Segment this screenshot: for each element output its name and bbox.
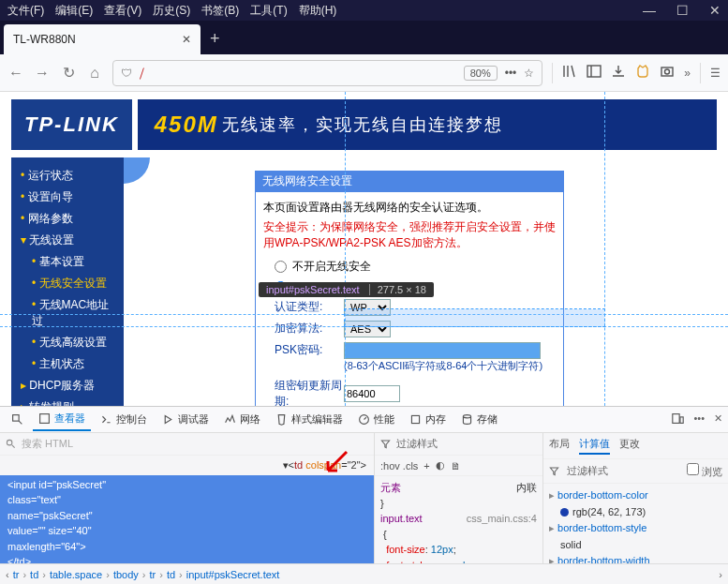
- crumb[interactable]: td: [167, 569, 175, 580]
- enc-select[interactable]: AES: [344, 321, 391, 337]
- menu-bookmark[interactable]: 书签(B): [201, 3, 239, 19]
- crumb[interactable]: tbody: [113, 569, 139, 580]
- filter-icon: [380, 439, 391, 449]
- computed-filter[interactable]: 过滤样式: [567, 464, 608, 478]
- crumb[interactable]: tr: [13, 569, 20, 580]
- more-icon[interactable]: •••: [505, 67, 517, 80]
- browse-checkbox[interactable]: [687, 463, 699, 475]
- dt-more-icon[interactable]: •••: [693, 412, 705, 427]
- svg-rect-3: [13, 415, 20, 422]
- brand-logo: TP-LINK: [11, 99, 132, 150]
- style-rules[interactable]: 元素 内联 } input.text css_main.css:4 { font…: [375, 476, 542, 563]
- sidebar-item-forward[interactable]: 转发规则: [11, 397, 124, 406]
- inspect-tooltip: input#pskSecret.text277.5 × 18: [259, 282, 434, 297]
- app-menu-icon[interactable]: ☰: [710, 67, 721, 80]
- url-bar[interactable]: 🛡 ⧸ 80% ••• ☆: [112, 60, 542, 86]
- print-icon[interactable]: 🗎: [451, 460, 461, 472]
- dt-tab-inspector[interactable]: 查看器: [33, 408, 91, 431]
- dt-r-computed[interactable]: 计算值: [579, 437, 610, 455]
- hov-toggle[interactable]: :hov .cls: [380, 460, 418, 472]
- form-warning: 安全提示：为保障网络安全，强烈推荐开启安全设置，并使用WPA-PSK/WPA2-…: [263, 219, 556, 251]
- psk-hint: (8-63个ASCII码字符或8-64个十六进制字符): [344, 359, 556, 373]
- menu-file[interactable]: 文件(F): [7, 3, 44, 19]
- period-input[interactable]: [344, 385, 400, 402]
- sidebar-toggle-icon[interactable]: [587, 64, 602, 82]
- close-icon[interactable]: ✕: [709, 3, 721, 18]
- auth-label: 认证类型:: [275, 299, 344, 315]
- sidebar-item-host[interactable]: 主机状态: [11, 353, 124, 375]
- dt-tab-debugger[interactable]: 调试器: [156, 409, 215, 430]
- dt-r-changes[interactable]: 更改: [619, 437, 640, 455]
- reload-button[interactable]: ↻: [60, 64, 77, 82]
- dt-tab-storage[interactable]: 存储: [455, 409, 503, 430]
- enc-label: 加密算法:: [275, 321, 344, 337]
- maximize-icon[interactable]: ☐: [676, 3, 689, 18]
- menu-history[interactable]: 历史(S): [153, 3, 190, 19]
- radio-off-input[interactable]: [275, 261, 287, 273]
- tab-title: TL-WR880N: [13, 33, 76, 46]
- computed-props[interactable]: border-bottom-color rgb(24, 62, 173) bor…: [543, 484, 728, 563]
- form-description: 本页面设置路由器无线网络的安全认证选项。: [263, 200, 556, 216]
- library-icon[interactable]: [562, 64, 577, 82]
- svg-rect-0: [587, 66, 601, 77]
- sidebar-item-status[interactable]: 运行状态: [11, 165, 124, 187]
- sidebar-item-security[interactable]: 无线安全设置: [11, 273, 124, 294]
- downloads-icon[interactable]: [611, 64, 626, 82]
- crumb[interactable]: table.space: [50, 569, 102, 580]
- svg-rect-9: [680, 417, 683, 424]
- dt-responsive-icon[interactable]: [672, 412, 684, 427]
- svg-point-2: [665, 69, 670, 74]
- dt-tab-style[interactable]: 样式编辑器: [270, 409, 349, 430]
- screenshot-icon[interactable]: [660, 64, 675, 82]
- svg-rect-8: [673, 414, 679, 424]
- new-tab-button[interactable]: +: [210, 29, 220, 49]
- html-search[interactable]: 搜索 HTML: [22, 437, 73, 451]
- tab-close-icon[interactable]: ✕: [182, 33, 191, 46]
- dt-tab-perf[interactable]: 性能: [352, 409, 400, 430]
- insecure-icon: ⧸: [140, 67, 144, 80]
- dt-r-layout[interactable]: 布局: [549, 437, 570, 455]
- form-title: 无线网络安全设置: [255, 171, 564, 192]
- banner: 450M无线速率，实现无线自由连接梦想: [138, 99, 717, 150]
- minimize-icon[interactable]: —: [643, 3, 656, 18]
- sidebar-item-basic[interactable]: 基本设置: [11, 251, 124, 273]
- psk-input[interactable]: [344, 342, 541, 359]
- browser-tab[interactable]: TL-WR880N ✕: [4, 24, 201, 54]
- menu-view[interactable]: 查看(V): [104, 3, 141, 19]
- html-panel[interactable]: ▾<td colspan="2"> <input id="pskSecret" …: [0, 456, 374, 563]
- crumb-next[interactable]: ›: [719, 569, 722, 580]
- home-button[interactable]: ⌂: [86, 65, 103, 82]
- shield-icon[interactable]: 🛡: [121, 67, 132, 80]
- auth-select[interactable]: WP: [344, 299, 391, 316]
- svg-point-7: [463, 415, 470, 418]
- crumb[interactable]: tr: [149, 569, 156, 580]
- bookmark-star-icon[interactable]: ☆: [524, 67, 534, 80]
- crumb-prev[interactable]: ‹: [6, 569, 9, 580]
- period-label: 组密钥更新周期:: [275, 378, 344, 406]
- forward-button[interactable]: →: [34, 65, 51, 82]
- dt-inspect-icon[interactable]: [6, 410, 29, 429]
- dt-tab-console[interactable]: 控制台: [95, 409, 153, 430]
- style-filter[interactable]: 过滤样式: [396, 437, 438, 451]
- sidebar-item-mac[interactable]: 无线MAC地址过: [11, 294, 124, 332]
- menu-edit[interactable]: 编辑(E): [55, 3, 93, 19]
- dt-tab-memory[interactable]: 内存: [404, 409, 452, 430]
- dt-close-icon[interactable]: ✕: [714, 412, 722, 427]
- sidebar-item-wizard[interactable]: 设置向导: [11, 187, 124, 208]
- sidebar-item-advanced[interactable]: 无线高级设置: [11, 332, 124, 353]
- extension-icon[interactable]: [635, 64, 650, 82]
- overflow-icon[interactable]: »: [684, 67, 691, 80]
- menu-tools[interactable]: 工具(T): [250, 3, 287, 19]
- dt-tab-network[interactable]: 网络: [218, 409, 266, 430]
- sidebar-item-dhcp[interactable]: DHCP服务器: [11, 375, 124, 397]
- contrast-icon[interactable]: ◐: [436, 459, 445, 472]
- back-button[interactable]: ←: [7, 65, 24, 82]
- menu-help[interactable]: 帮助(H): [299, 3, 337, 19]
- sidebar-item-wireless[interactable]: 无线设置: [11, 230, 124, 251]
- plus-icon[interactable]: +: [423, 460, 429, 472]
- sidebar-item-network[interactable]: 网络参数: [11, 208, 124, 230]
- crumb-selected[interactable]: input#pskSecret.text: [186, 569, 280, 580]
- crumb[interactable]: td: [30, 569, 38, 580]
- radio-no-security[interactable]: 不开启无线安全: [275, 259, 556, 275]
- zoom-indicator[interactable]: 80%: [464, 66, 498, 81]
